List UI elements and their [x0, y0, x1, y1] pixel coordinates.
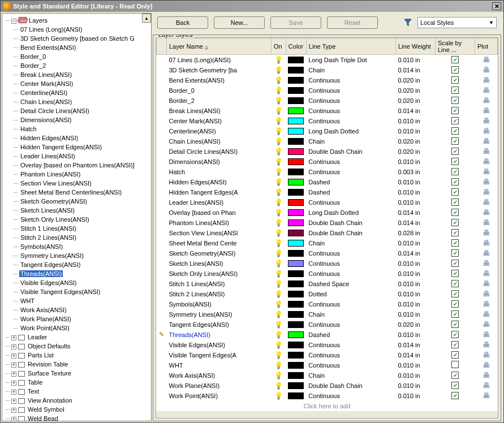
color-swatch[interactable]: [288, 230, 304, 236]
linetype-cell[interactable]: Chain: [306, 65, 395, 75]
tree-item[interactable]: Border_2: [19, 62, 47, 69]
color-swatch[interactable]: [288, 67, 304, 74]
linetype-cell[interactable]: Continuous: [306, 299, 395, 309]
bulb-icon[interactable]: 💡: [274, 270, 283, 278]
color-swatch[interactable]: [288, 240, 304, 247]
linetype-cell[interactable]: Double Dash Chain: [306, 381, 395, 391]
lineweight-cell[interactable]: 0.020 in: [396, 320, 436, 330]
tree-item[interactable]: WHT: [19, 297, 36, 304]
lineweight-cell[interactable]: 0.010 in: [396, 330, 436, 340]
bulb-icon[interactable]: 💡: [274, 219, 283, 227]
layer-name-cell[interactable]: Centerline(ANSI): [169, 128, 216, 135]
lineweight-cell[interactable]: 0.010 in: [396, 187, 436, 197]
printer-icon[interactable]: 🖶: [483, 381, 490, 390]
printer-icon[interactable]: 🖶: [483, 391, 490, 400]
col-on[interactable]: On: [271, 38, 286, 55]
scale-checkbox[interactable]: ✔: [451, 219, 459, 226]
printer-icon[interactable]: 🖶: [483, 330, 490, 339]
table-row[interactable]: Sketch Only Lines(ANSI)💡Continuous0.010 …: [157, 269, 498, 279]
color-swatch[interactable]: [288, 87, 304, 94]
tree-item[interactable]: Leader Lines(ANSI): [19, 153, 76, 159]
linetype-cell[interactable]: Chain: [306, 309, 395, 320]
bulb-icon[interactable]: 💡: [274, 361, 283, 369]
printer-icon[interactable]: 🖶: [483, 116, 490, 125]
linetype-cell[interactable]: Chain: [306, 370, 395, 381]
tree-item[interactable]: Sketch Only Lines(ANSI): [19, 216, 91, 223]
scale-checkbox[interactable]: ✔: [451, 290, 459, 297]
layer-name-cell[interactable]: Stitch 1 Lines(ANSI): [169, 280, 225, 287]
color-swatch[interactable]: [288, 301, 304, 308]
scale-checkbox[interactable]: ✔: [451, 280, 459, 287]
table-row[interactable]: Work Plane(ANSI)💡Double Dash Chain0.010 …: [157, 381, 498, 391]
new-button[interactable]: New...: [214, 16, 265, 29]
tree-item[interactable]: Sketch Lines(ANSI): [19, 207, 76, 214]
layer-name-cell[interactable]: Sketch Only Lines(ANSI): [169, 270, 238, 277]
color-swatch[interactable]: [288, 148, 304, 155]
table-row[interactable]: Centerline(ANSI)💡Long Dash Dotted0.010 i…: [157, 126, 498, 136]
table-row[interactable]: Sketch Geometry(ANSI)💡Continuous0.014 in…: [157, 248, 498, 258]
tree-node-layers[interactable]: Layers: [28, 17, 49, 24]
lineweight-cell[interactable]: 0.020 in: [396, 136, 436, 146]
printer-icon[interactable]: 🖶: [483, 157, 490, 166]
bulb-icon[interactable]: 💡: [274, 300, 283, 308]
table-row[interactable]: Detail Circle Lines(ANSI)💡Double Dash Ch…: [157, 146, 498, 157]
color-swatch[interactable]: [288, 352, 304, 359]
bulb-icon[interactable]: 💡: [274, 341, 283, 349]
tree-item[interactable]: 3D Sketch Geometry [based on Sketch G: [19, 35, 136, 42]
color-swatch[interactable]: [288, 331, 304, 338]
layer-name-cell[interactable]: Section View Lines(ANSI: [169, 230, 238, 236]
bulb-icon[interactable]: 💡: [274, 392, 283, 400]
printer-icon[interactable]: 🖶: [483, 310, 490, 318]
color-swatch[interactable]: [288, 392, 304, 399]
bulb-icon[interactable]: 💡: [274, 331, 283, 339]
lineweight-cell[interactable]: 0.014 in: [396, 106, 436, 116]
lineweight-cell[interactable]: 0.010 in: [396, 279, 436, 289]
scale-checkbox[interactable]: ✔: [451, 198, 459, 206]
printer-icon[interactable]: 🖶: [483, 188, 490, 196]
bulb-icon[interactable]: 💡: [274, 290, 283, 298]
printer-icon[interactable]: 🖶: [483, 76, 490, 84]
tree-item[interactable]: Tangent Edges(ANSI): [19, 261, 81, 268]
tree-item[interactable]: Border_0: [19, 53, 47, 60]
linetype-cell[interactable]: Continuous: [306, 360, 395, 370]
color-swatch[interactable]: [288, 97, 304, 104]
color-swatch[interactable]: [288, 138, 304, 145]
layer-name-cell[interactable]: Stitch 2 Lines(ANSI): [169, 291, 225, 297]
layer-name-cell[interactable]: Border_2: [169, 97, 195, 104]
linetype-cell[interactable]: Continuous: [306, 96, 395, 106]
color-swatch[interactable]: [288, 158, 304, 165]
scale-checkbox[interactable]: ✔: [451, 158, 459, 165]
table-row[interactable]: Hatch💡Continuous0.003 in✔🖶: [157, 167, 498, 177]
printer-icon[interactable]: 🖶: [483, 340, 490, 349]
expander[interactable]: +: [11, 381, 16, 386]
printer-icon[interactable]: 🖶: [483, 269, 490, 278]
bulb-icon[interactable]: 💡: [274, 117, 283, 125]
bulb-icon[interactable]: 💡: [274, 168, 283, 176]
lineweight-cell[interactable]: 0.020 in: [396, 146, 436, 157]
expander[interactable]: +: [11, 408, 16, 413]
layer-name-cell[interactable]: Center Mark(ANSI): [169, 118, 222, 124]
table-row[interactable]: 3D Sketch Geometry [ba💡Chain0.014 in✔🖶: [157, 65, 498, 75]
layer-name-cell[interactable]: Break Lines(ANSI): [169, 107, 221, 114]
linetype-cell[interactable]: Long Dash Dotted: [306, 126, 395, 136]
scale-checkbox[interactable]: ✔: [451, 188, 459, 196]
table-row[interactable]: Tangent Edges(ANSI)💡Continuous0.020 in✔🖶: [157, 320, 498, 330]
click-to-add[interactable]: Click here to add: [157, 401, 498, 411]
bulb-icon[interactable]: 💡: [274, 107, 283, 115]
lineweight-cell[interactable]: 0.010 in: [396, 360, 436, 370]
lineweight-cell[interactable]: 0.014 in: [396, 340, 436, 350]
filter-icon[interactable]: [404, 19, 412, 27]
printer-icon[interactable]: 🖶: [483, 106, 490, 115]
lineweight-cell[interactable]: 0.010 in: [396, 309, 436, 320]
printer-icon[interactable]: 🖶: [483, 290, 490, 298]
scale-checkbox[interactable]: ✔: [451, 66, 459, 74]
tree-category[interactable]: Table: [27, 379, 44, 386]
lineweight-cell[interactable]: 0.014 in: [396, 218, 436, 228]
layer-name-cell[interactable]: Sketch Lines(ANSI): [169, 260, 223, 267]
linetype-cell[interactable]: Dashed: [306, 177, 395, 187]
printer-icon[interactable]: 🖶: [483, 66, 490, 74]
layer-name-cell[interactable]: Chain Lines(ANSI): [169, 138, 221, 145]
tree-category[interactable]: Weld Symbol: [27, 406, 66, 413]
color-swatch[interactable]: [288, 189, 304, 196]
table-row[interactable]: Break Lines(ANSI)💡Continuous0.014 in✔🖶: [157, 106, 498, 116]
